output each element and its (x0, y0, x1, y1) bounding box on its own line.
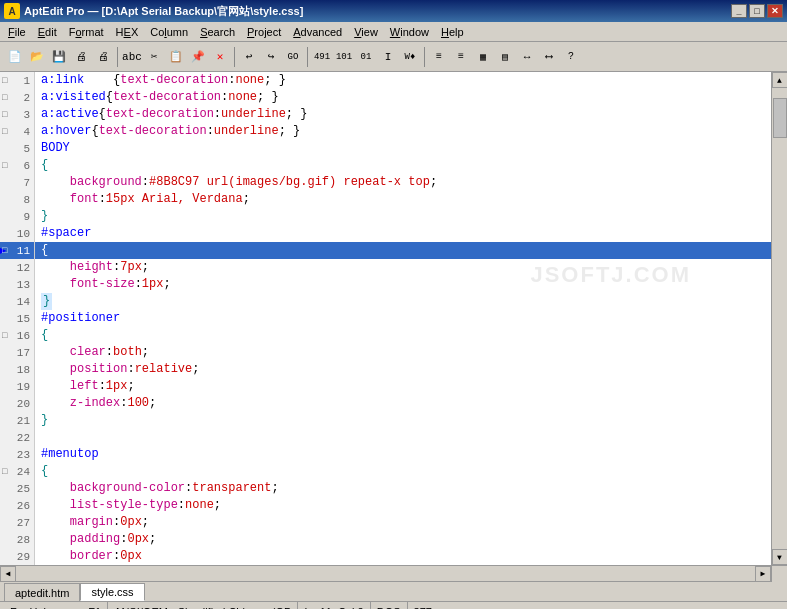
menu-hex[interactable]: HEX (110, 24, 145, 40)
line-num-28: 28 (0, 531, 34, 548)
line-num-3: □3 (0, 106, 34, 123)
view3-button[interactable]: 01 (355, 46, 377, 68)
code-line-9[interactable]: } (35, 208, 771, 225)
code-line-22[interactable] (35, 429, 771, 446)
code-line-17[interactable]: clear:both; (35, 344, 771, 361)
scrollbar-corner (771, 566, 787, 582)
code-line-8[interactable]: font: 15px Arial, Verdana; (35, 191, 771, 208)
scroll-left-arrow[interactable]: ◀ (0, 566, 16, 582)
menu-edit[interactable]: Edit (32, 24, 63, 40)
format3-button[interactable]: ▦ (472, 46, 494, 68)
status-bar: For Help, press F1 ANSI/OEM - Simplified… (0, 601, 787, 609)
code-line-4[interactable]: a:hover { text-decoration:underline; } (35, 123, 771, 140)
code-line-2[interactable]: a:visited { text-decoration:none; } (35, 89, 771, 106)
code-line-5[interactable]: BODY (35, 140, 771, 157)
code-area[interactable]: a:link { text-decoration:none; } a:visit… (35, 72, 771, 565)
status-position: Ln 11, Col 2 (298, 602, 370, 609)
code-line-21[interactable]: } (35, 412, 771, 429)
vertical-scrollbar[interactable]: ▲ ▼ (771, 72, 787, 565)
help-button[interactable]: ? (560, 46, 582, 68)
menu-window[interactable]: Window (384, 24, 435, 40)
code-line-18[interactable]: position:relative; (35, 361, 771, 378)
code-line-28[interactable]: padding: 0px; (35, 531, 771, 548)
scroll-track-h[interactable] (16, 567, 755, 581)
maximize-button[interactable]: □ (749, 4, 765, 18)
format4-button[interactable]: ▤ (494, 46, 516, 68)
menu-format[interactable]: Format (63, 24, 110, 40)
code-line-1[interactable]: a:link { text-decoration:none; } (35, 72, 771, 89)
code-line-23[interactable]: #menutop (35, 446, 771, 463)
open-button[interactable]: 📂 (26, 46, 48, 68)
menu-search[interactable]: Search (194, 24, 241, 40)
line-num-23: 23 (0, 446, 34, 463)
code-line-26[interactable]: list-style-type: none; (35, 497, 771, 514)
scroll-up-arrow[interactable]: ▲ (772, 72, 788, 88)
editor-content[interactable]: a:link { text-decoration:none; } a:visit… (35, 72, 771, 565)
code-line-29[interactable]: border: 0px (35, 548, 771, 565)
code-line-16[interactable]: { (35, 327, 771, 344)
code-line-7[interactable]: background: #8B8C97 url(images/bg.gif) r… (35, 174, 771, 191)
line-num-10: 10 (0, 225, 34, 242)
line-num-11: ▶ □11 (0, 242, 34, 259)
code-line-3[interactable]: a:active { text-decoration:underline; } (35, 106, 771, 123)
print2-button[interactable]: 🖨 (92, 46, 114, 68)
code-line-14[interactable]: } (35, 293, 771, 310)
code-line-25[interactable]: background-color: transparent; (35, 480, 771, 497)
format5-button[interactable]: ↔ (516, 46, 538, 68)
tab-stylecss[interactable]: style.css (80, 583, 144, 601)
redo-button[interactable]: ↪ (260, 46, 282, 68)
line-num-1: □1 (0, 72, 34, 89)
code-line-11[interactable]: { (35, 242, 771, 259)
scroll-thumb-v[interactable] (773, 98, 787, 138)
scroll-down-arrow[interactable]: ▼ (772, 549, 788, 565)
code-line-15[interactable]: #positioner (35, 310, 771, 327)
close-button[interactable]: ✕ (767, 4, 783, 18)
line-num-16: □16 (0, 327, 34, 344)
menu-view[interactable]: View (348, 24, 384, 40)
delete-button[interactable]: ✕ (209, 46, 231, 68)
horizontal-scrollbar[interactable]: ◀ ▶ (0, 566, 771, 581)
line-num-22: 22 (0, 429, 34, 446)
scroll-track-v[interactable] (773, 88, 787, 549)
format1-button[interactable]: ≡ (428, 46, 450, 68)
copy-button[interactable]: 📋 (165, 46, 187, 68)
code-line-27[interactable]: margin: 0px; (35, 514, 771, 531)
view2-button[interactable]: 101 (333, 46, 355, 68)
toolbar-sep1 (117, 47, 118, 67)
code-line-10[interactable]: #spacer (35, 225, 771, 242)
format2-button[interactable]: ≡ (450, 46, 472, 68)
undo-button[interactable]: ↩ (238, 46, 260, 68)
line-num-12: 12 (0, 259, 34, 276)
menu-column[interactable]: Column (144, 24, 194, 40)
toolbar-sep4 (424, 47, 425, 67)
print-button[interactable]: 🖨 (70, 46, 92, 68)
view4-button[interactable]: I (377, 46, 399, 68)
view1-button[interactable]: 491 (311, 46, 333, 68)
line-num-6: □6 (0, 157, 34, 174)
line-num-27: 27 (0, 514, 34, 531)
scroll-right-arrow[interactable]: ▶ (755, 566, 771, 582)
line-num-14: 14 (0, 293, 34, 310)
tab-aptedit[interactable]: aptedit.htm (4, 583, 80, 601)
new-button[interactable]: 📄 (4, 46, 26, 68)
tab-bar: aptedit.htm style.css (0, 581, 787, 601)
minimize-button[interactable]: _ (731, 4, 747, 18)
line-num-9: 9 (0, 208, 34, 225)
word-button[interactable]: W♦ (399, 46, 421, 68)
menu-project[interactable]: Project (241, 24, 287, 40)
toolbar-sep2 (234, 47, 235, 67)
menu-advanced[interactable]: Advanced (287, 24, 348, 40)
format6-button[interactable]: ⟷ (538, 46, 560, 68)
paste-button[interactable]: 📌 (187, 46, 209, 68)
code-line-19[interactable]: left:1px; (35, 378, 771, 395)
menu-file[interactable]: File (2, 24, 32, 40)
spell-button[interactable]: abc (121, 46, 143, 68)
status-help: For Help, press F1 (4, 602, 108, 609)
goto-button[interactable]: GO (282, 46, 304, 68)
save-button[interactable]: 💾 (48, 46, 70, 68)
cut-button[interactable]: ✂ (143, 46, 165, 68)
code-line-20[interactable]: z-index:100; (35, 395, 771, 412)
code-line-6[interactable]: { (35, 157, 771, 174)
menu-help[interactable]: Help (435, 24, 470, 40)
code-line-24[interactable]: { (35, 463, 771, 480)
